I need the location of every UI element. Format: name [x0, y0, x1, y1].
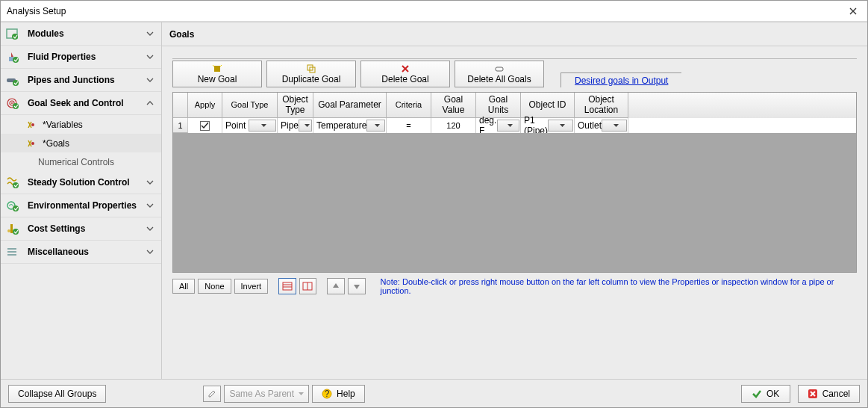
col-goal-type[interactable]: Goal Type	[222, 93, 278, 118]
dropdown-arrow-icon	[602, 120, 627, 132]
col-criteria[interactable]: Criteria	[387, 93, 431, 118]
chevron-down-icon	[146, 31, 157, 36]
sidebar-sub-label: *Variables	[43, 120, 83, 130]
new-icon	[212, 64, 222, 74]
sidebar-item-label: Cost Settings	[28, 223, 146, 234]
sidebar-sub-numerical[interactable]: Numerical Controls	[1, 152, 161, 171]
edit-icon	[207, 389, 216, 398]
goals-grid: Apply Goal Type Object Type Goal Paramet…	[172, 92, 857, 273]
steady-icon	[5, 176, 20, 189]
grid-empty-area	[173, 133, 856, 272]
checkbox-checked-icon	[200, 121, 210, 131]
filter-all-button[interactable]: All	[172, 279, 195, 294]
dropdown-arrow-icon	[249, 120, 276, 132]
grid-note: Note: Double-click or press right mouse …	[381, 277, 860, 295]
sidebar-sub-goals[interactable]: *Goals	[1, 134, 161, 152]
move-up-button[interactable]	[327, 278, 345, 294]
chevron-down-icon	[146, 203, 157, 208]
goal-value-cell[interactable]: 120	[431, 118, 476, 133]
apply-cell[interactable]	[188, 118, 222, 133]
view-mode-2-button[interactable]	[299, 278, 317, 294]
col-goal-parameter[interactable]: Goal Parameter	[313, 93, 387, 118]
sidebar-sub-variables[interactable]: *Variables	[1, 115, 161, 134]
eraser-icon	[494, 64, 505, 74]
arrow-down-icon	[352, 282, 361, 291]
misc-icon	[5, 245, 20, 259]
duplicate-icon	[306, 64, 316, 74]
sidebar-item-misc[interactable]: Miscellaneous	[1, 241, 161, 264]
grid-header: Apply Goal Type Object Type Goal Paramet…	[173, 93, 856, 118]
goal-type-cell[interactable]: Point	[222, 118, 278, 133]
object-type-cell[interactable]: Pipe	[278, 118, 313, 133]
sidebar-item-cost[interactable]: Cost Settings	[1, 217, 161, 241]
fluid-icon	[5, 50, 20, 64]
ok-button[interactable]: OK	[741, 385, 790, 403]
delete-all-goals-button[interactable]: Delete All Goals	[455, 61, 544, 87]
close-button[interactable]	[845, 6, 861, 16]
move-down-button[interactable]	[348, 278, 366, 294]
svg-rect-19	[7, 251, 16, 253]
grid-row[interactable]: 1 Point Pipe Temperature = 120 deg. F P1…	[173, 118, 856, 133]
filter-row: All None Invert Note: Double-click or pr…	[172, 277, 860, 295]
check-icon	[752, 389, 762, 399]
svg-point-10	[31, 123, 34, 126]
dialog-body: Modules Fluid Properties Pipes and Junct…	[1, 22, 867, 379]
goal-icon	[26, 139, 38, 148]
chevron-down-icon	[146, 55, 157, 59]
new-goal-button[interactable]: New Goal	[172, 61, 262, 87]
sidebar-sub-label: *Goals	[43, 138, 69, 149]
row-number[interactable]: 1	[173, 118, 188, 133]
variable-icon	[26, 120, 38, 129]
delete-goal-button[interactable]: Delete Goal	[360, 61, 450, 87]
col-goal-units[interactable]: Goal Units	[476, 93, 521, 118]
help-button[interactable]: ? Help	[312, 385, 365, 403]
sidebar-item-label: Environmental Properties	[28, 200, 146, 211]
svg-rect-18	[7, 248, 16, 250]
toolbar: New Goal Duplicate Goal Delete Goal Dele…	[172, 58, 857, 87]
sidebar-item-modules[interactable]: Modules	[1, 22, 161, 46]
svg-point-16	[7, 229, 10, 232]
help-icon: ?	[322, 389, 332, 399]
delete-icon	[401, 64, 410, 74]
env-icon	[5, 199, 20, 212]
sidebar-item-fluid[interactable]: Fluid Properties	[1, 46, 161, 69]
object-id-cell[interactable]: P1 (Pipe)	[521, 118, 575, 133]
svg-rect-2	[9, 57, 13, 61]
sidebar-item-label: Fluid Properties	[28, 52, 146, 62]
arrow-up-icon	[331, 282, 340, 291]
filter-invert-button[interactable]: Invert	[234, 279, 269, 294]
titlebar: Analysis Setup	[1, 1, 867, 22]
collapse-all-button[interactable]: Collapse All Groups	[8, 385, 106, 403]
duplicate-goal-button[interactable]: Duplicate Goal	[266, 61, 356, 87]
same-as-parent-dropdown[interactable]: Same As Parent	[224, 385, 309, 403]
col-goal-value[interactable]: Goal Value	[431, 93, 476, 118]
panel-title: Goals	[162, 22, 867, 46]
sidebar-item-label: Pipes and Junctions	[28, 75, 146, 85]
col-object-location[interactable]: Object Location	[575, 93, 628, 118]
goal-units-cell[interactable]: deg. F	[476, 118, 521, 133]
object-location-cell[interactable]: Outlet	[575, 118, 628, 133]
desired-goals-link[interactable]: Desired goals in Output	[575, 75, 668, 86]
filter-none-button[interactable]: None	[198, 279, 231, 294]
main-panel: Goals New Goal Duplicate Goal Delete Goa…	[162, 22, 867, 379]
col-apply[interactable]: Apply	[188, 93, 222, 118]
sidebar-item-steady[interactable]: Steady Solution Control	[1, 171, 161, 194]
sidebar-item-env[interactable]: Environmental Properties	[1, 194, 161, 217]
cancel-button[interactable]: Cancel	[798, 385, 860, 403]
goal-parameter-cell[interactable]: Temperature	[313, 118, 387, 133]
close-icon	[849, 7, 857, 15]
dropdown-arrow-icon	[299, 120, 312, 132]
sidebar-item-label: Goal Seek and Control	[28, 98, 146, 108]
same-as-parent-edit-button[interactable]	[203, 386, 221, 402]
col-object-type[interactable]: Object Type	[278, 93, 313, 118]
col-blank	[173, 93, 188, 118]
criteria-cell[interactable]: =	[387, 118, 431, 133]
dropdown-arrow-icon	[548, 120, 573, 132]
dropdown-arrow-icon	[497, 120, 519, 132]
col-object-id[interactable]: Object ID	[521, 93, 575, 118]
sidebar-item-goal[interactable]: Goal Seek and Control	[1, 92, 161, 115]
sidebar-item-pipes[interactable]: Pipes and Junctions	[1, 69, 161, 92]
dropdown-arrow-icon	[299, 392, 304, 395]
cost-icon	[5, 222, 20, 235]
view-mode-1-button[interactable]	[278, 278, 296, 294]
